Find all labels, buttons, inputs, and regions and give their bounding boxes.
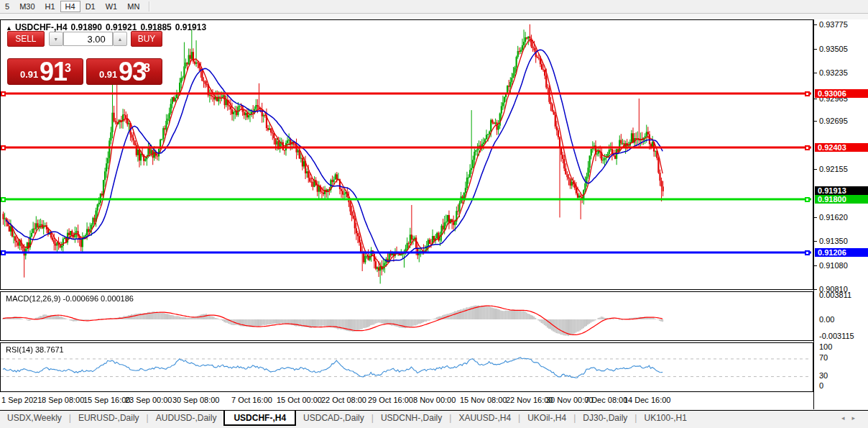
symbol-tab-usdcnh[interactable]: USDCNH-,Daily <box>374 411 449 425</box>
buy-price-box[interactable]: 0.91 93 8 <box>86 58 162 85</box>
sell-price-superscript: 3 <box>65 62 71 75</box>
timeframe-button-w1[interactable]: W1 <box>101 1 123 12</box>
timeframe-button-5[interactable]: 5 <box>0 1 14 12</box>
price-badge-0.91913: 0.91913 <box>815 186 868 195</box>
volume-decrease-button[interactable]: ▼ <box>49 32 63 46</box>
rsi-axis-tick: 70 <box>819 353 828 362</box>
symbol-tab-xauusd[interactable]: XAUUSD-,H4 <box>451 411 518 425</box>
sell-price-box[interactable]: 0.91 91 3 <box>7 58 83 85</box>
rsi-axis-tick: 100 <box>819 342 832 351</box>
buy-button[interactable]: BUY <box>131 31 162 47</box>
toolbar-separator <box>149 1 149 12</box>
buy-price-prefix: 0.91 <box>99 69 117 80</box>
sell-price-prefix: 0.91 <box>20 69 38 80</box>
axis-tick-mark <box>814 99 817 99</box>
axis-tick-mark <box>814 265 817 266</box>
time-axis-label: 23 Sep 00:00 <box>125 396 172 404</box>
triangle-up-icon: ▲ <box>117 37 122 42</box>
macd-axis-tick: 0.00 <box>819 315 834 324</box>
axis-tick-mark <box>814 169 817 170</box>
buy-price-superscript: 8 <box>144 62 150 75</box>
price-chart-panel: ▲USDCHF-,H40.918900.919210.918850.91913 … <box>0 19 813 290</box>
rsi-label: RSI(14) 38.7671 <box>6 345 64 354</box>
price-axis-tick: 0.92155 <box>819 165 848 173</box>
macd-indicator-panel: MACD(12,26,9) -0.000696 0.000186 <box>0 291 813 341</box>
macd-axis-tick: -0.003115 <box>819 332 854 340</box>
price-badge-0.91206: 0.91206 <box>815 248 868 257</box>
price-axis-tick: 0.93505 <box>819 45 848 53</box>
timeframe-button-h4[interactable]: H4 <box>60 1 80 12</box>
time-axis-label: 14 Dec 16:00 <box>624 396 670 404</box>
sell-price-big: 91 <box>40 57 67 87</box>
time-axis-label: 1 Sep 2021 <box>1 396 42 404</box>
symbol-tab-dj30[interactable]: DJ30-,Daily <box>576 411 634 425</box>
volume-input[interactable] <box>63 32 113 46</box>
price-badge-0.92403: 0.92403 <box>815 143 868 152</box>
time-axis[interactable]: 1 Sep 20218 Sep 08:0015 Sep 16:0023 Sep … <box>0 393 813 409</box>
timeframe-toolbar: 5M30H1H4D1W1MN <box>0 0 868 14</box>
symbol-tab-uk100[interactable]: UK100-,H1 <box>637 411 693 425</box>
price-axis-tick: 0.91620 <box>819 213 848 222</box>
price-badge-0.93006: 0.93006 <box>815 89 868 98</box>
macd-axis-tick: 0.003811 <box>819 291 851 299</box>
time-axis-label: 30 Sep 08:00 <box>172 396 219 404</box>
price-axis-tick: 0.93235 <box>819 68 848 77</box>
symbol-tab-ukoil[interactable]: UKOil-,H4 <box>520 411 573 425</box>
axis-tick-mark <box>814 241 817 242</box>
rsi-indicator-panel: RSI(14) 38.7671 <box>0 342 813 392</box>
tab-scroll-right-icon[interactable]: ▸ <box>851 414 862 422</box>
price-axis-tick: 0.91350 <box>819 237 848 245</box>
macd-label: MACD(12,26,9) -0.000696 0.000186 <box>6 294 134 303</box>
time-axis-label: 7 Oct 16:00 <box>231 396 272 404</box>
axis-tick-mark <box>814 217 817 218</box>
symbol-tab-audusd[interactable]: AUDUSD-,Daily <box>149 411 224 425</box>
symbol-tab-usdchf[interactable]: USDCHF-,H4 <box>223 411 296 426</box>
ohlc-open: 0.91890 <box>71 22 102 32</box>
time-axis-label: 8 Nov 00:00 <box>413 396 456 404</box>
rsi-axis-tick: 0 <box>819 381 823 390</box>
timeframe-button-d1[interactable]: D1 <box>80 1 101 12</box>
symbol-tab-usdx[interactable]: USDX,Weekly <box>0 411 69 425</box>
volume-increase-button[interactable]: ▲ <box>113 32 127 46</box>
tab-scroll-left-icon[interactable]: ◂ <box>841 414 852 422</box>
rsi-axis-tick: 30 <box>819 371 828 380</box>
trade-controls-row: SELL ▼ ▲ BUY <box>7 32 162 46</box>
symbol-tab-eurusd[interactable]: EURUSD-,Daily <box>71 411 147 425</box>
price-axis-tick: 0.92695 <box>819 117 848 125</box>
time-axis-label: 15 Oct 00:00 <box>277 396 322 404</box>
time-axis-label: 15 Sep 16:00 <box>83 396 130 404</box>
price-axis-tick: 0.91080 <box>819 261 848 270</box>
sell-button[interactable]: SELL <box>7 31 45 47</box>
one-click-trade-panel: SELL ▼ ▲ BUY 0.91 91 3 0.91 93 8 <box>7 32 162 46</box>
time-axis-label: 15 Nov 08:00 <box>460 396 507 404</box>
timeframe-button-m30[interactable]: M30 <box>14 1 40 12</box>
buy-price-big: 93 <box>119 57 146 87</box>
time-axis-label: 29 Oct 16:00 <box>368 396 413 404</box>
axis-tick-mark <box>814 49 817 50</box>
symbol-tab-bar: USDX,Weekly|EURUSD-,Daily|AUDUSD-,DailyU… <box>0 410 868 428</box>
price-axis[interactable]: 0.937750.935050.932350.929650.926950.921… <box>813 19 868 409</box>
axis-tick-mark <box>814 289 817 290</box>
axis-tick-mark <box>814 24 817 25</box>
time-axis-label: 7 Dec 08:00 <box>585 396 627 404</box>
price-badge-0.91800: 0.91800 <box>815 195 868 204</box>
time-axis-label: 8 Sep 08:00 <box>42 396 84 404</box>
triangle-down-icon: ▼ <box>53 37 58 42</box>
tab-scroll-arrows: ◂▸ <box>841 414 862 422</box>
mt4-terminal-window: 5M30H1H4D1W1MN ▲USDCHF-,H40.918900.91921… <box>0 0 868 428</box>
axis-tick-mark <box>814 73 817 73</box>
rsi-canvas[interactable] <box>1 343 811 390</box>
timeframe-button-h1[interactable]: H1 <box>40 1 60 12</box>
symbol-tab-usdcad[interactable]: USDCAD-,Daily <box>296 411 371 425</box>
time-axis-label: 22 Oct 08:00 <box>321 396 366 404</box>
price-axis-tick: 0.93775 <box>819 20 848 29</box>
timeframe-button-mn[interactable]: MN <box>122 1 144 12</box>
ohlc-close: 0.91913 <box>175 22 206 32</box>
axis-tick-mark <box>814 121 817 122</box>
